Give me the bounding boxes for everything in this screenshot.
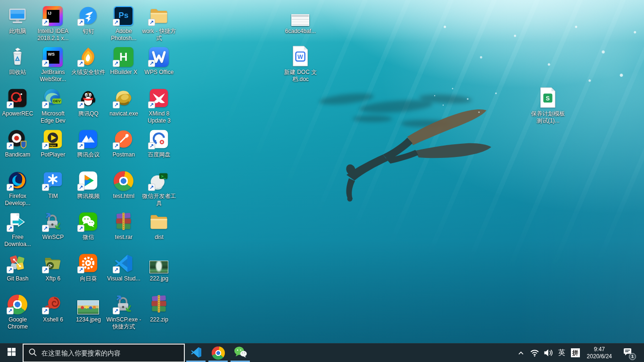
desktop-icon-this-pc[interactable]: 此电脑 <box>0 3 35 35</box>
taskbar-wechat-button[interactable] <box>229 344 251 362</box>
shortcut-arrow-icon: ↗ <box>148 101 155 108</box>
desktop-icon-label: 新建 DOC 文档.doc <box>283 69 318 83</box>
desktop-icon-zip-222[interactable]: 222.zip <box>141 292 177 323</box>
desktop-icon-grid: 此电脑回收站↗ApowerREC↗Bandicam↗Firefox Develo… <box>0 0 644 343</box>
desktop-icon-baidu-netdisk[interactable]: ↗百度网盘 <box>141 127 177 158</box>
taskbar-search-box[interactable] <box>23 344 185 362</box>
chrome-icon <box>212 346 225 360</box>
desktop-icon-adobe-photoshop[interactable]: Ps↗Adobe Photosh... <box>106 3 141 42</box>
desktop-icon-test-rar[interactable]: test.rar <box>106 209 141 241</box>
desktop-icon-xshell-6[interactable]: ↗Xshell 6 <box>35 292 71 323</box>
desktop-icon-label: 腾讯QQ <box>71 110 106 117</box>
search-icon <box>28 348 37 359</box>
desktop-icon-label: navicat.exe <box>106 110 141 117</box>
desktop-icon-winscp-exe-shortcut[interactable]: ↗WinSCP.exe - 快捷方式 <box>106 292 141 330</box>
hidden-icons-chevron-icon[interactable] <box>516 344 526 362</box>
desktop-area[interactable]: 此电脑回收站↗ApowerREC↗Bandicam↗Firefox Develo… <box>0 0 644 343</box>
desktop-icon-label: Firefox Develop... <box>0 193 35 207</box>
sunlogin-icon: ↗ <box>71 251 106 273</box>
desktop-icon-potplayer[interactable]: layer↗PotPlayer <box>35 127 71 158</box>
winrar-icon <box>106 209 141 232</box>
ime-mode-indicator[interactable]: 拼 <box>570 344 581 362</box>
desktop-icon-winscp[interactable]: ↗WinSCP <box>35 209 71 241</box>
desktop-icon-wechat-devtools[interactable]: >_↗微信开发者工具 <box>141 168 177 207</box>
desktop-icon-label: WinSCP.exe - 快捷方式 <box>106 316 141 330</box>
wps-xls-icon: S <box>530 86 565 108</box>
desktop-icon-huorong-security[interactable]: ↗火绒安全软件 <box>71 44 106 76</box>
shortcut-arrow-icon: ↗ <box>148 19 155 26</box>
desktop-icon-label: dist <box>141 234 177 241</box>
desktop-icon-postman[interactable]: ↗Postman <box>106 127 141 158</box>
shortcut-arrow-icon: ↗ <box>7 266 14 273</box>
shortcut-arrow-icon: ↗ <box>42 307 49 314</box>
desktop-icon-sunlogin[interactable]: ↗向日葵 <box>71 251 106 282</box>
desktop-icon-navicat[interactable]: ↗navicat.exe <box>106 86 141 117</box>
desktop-icon-label: PotPlayer <box>35 151 71 158</box>
tim-icon: ↗ <box>35 168 70 191</box>
search-input[interactable] <box>41 349 179 357</box>
desktop-icon-intellij-idea[interactable]: IJ↗IntelliJ IDEA 2018.2.1 x... <box>35 3 71 42</box>
wps-doc-icon: W <box>283 44 318 67</box>
folder-icon <box>141 209 176 232</box>
desktop-icon-new-doc[interactable]: W新建 DOC 文档.doc <box>283 44 318 83</box>
desktop-icon-tencent-meeting[interactable]: ↗腾讯会议 <box>71 127 106 158</box>
language-indicator[interactable]: 英 <box>557 344 567 362</box>
tmeeting-icon: ↗ <box>71 127 106 149</box>
desktop-icon-label: Xshell 6 <box>35 316 71 323</box>
desktop-icon-xftp-6[interactable]: ⟳↗Xftp 6 <box>35 251 71 282</box>
photoshop-icon: Ps↗ <box>106 3 141 26</box>
desktop-icon-firefox-developer[interactable]: ↗Firefox Develop... <box>0 168 35 207</box>
shortcut-arrow-icon: ↗ <box>77 19 84 26</box>
desktop-icon-tencent-qq[interactable]: ↗腾讯QQ <box>71 86 106 117</box>
desktop-icon-work-folder[interactable]: ↗work - 快捷方式 <box>141 3 177 42</box>
vscode-icon <box>190 346 202 360</box>
desktop-icon-wechat[interactable]: ↗微信 <box>71 209 106 241</box>
taskbar-clock[interactable]: 9:47 2020/6/24 <box>584 346 615 360</box>
wechat-icon: ↗ <box>71 209 106 232</box>
desktop-icon-image-6cadc4baf[interactable]: 6cadc4baf... <box>283 3 318 35</box>
desktop-icon-label: WPS Office <box>141 69 177 76</box>
shortcut-arrow-icon: ↗ <box>148 184 155 191</box>
taskbar: 英 拼 9:47 2020/6/24 1 <box>0 343 644 362</box>
desktop-icon-tim[interactable]: ↗TIM <box>35 168 71 200</box>
desktop-icon-label: test.html <box>106 193 141 200</box>
desktop-icon-git-bash[interactable]: ↗Git Bash <box>0 251 35 282</box>
desktop-icon-recycle-bin[interactable]: 回收站 <box>0 44 35 76</box>
wifi-icon[interactable] <box>529 344 540 362</box>
desktop-icon-visual-studio-code[interactable]: ↗Visual Stud... <box>106 251 141 282</box>
desktop-icon-label: XMind 8 Update 3 <box>141 110 177 124</box>
desktop-icon-label: 腾讯会议 <box>71 151 106 158</box>
desktop-icon-dingtalk[interactable]: ↗钉钉 <box>71 3 106 35</box>
desktop-icon-tencent-video[interactable]: ↗腾讯视频 <box>71 168 106 200</box>
desktop-icon-apowerrec[interactable]: ↗ApowerREC <box>0 86 35 117</box>
this-pc-icon <box>0 3 35 26</box>
desktop-icon-label: ApowerREC <box>0 110 35 117</box>
action-center-button[interactable]: 1 <box>618 344 637 362</box>
desktop-icon-label: HBuilder X <box>106 69 141 76</box>
desktop-icon-wps-xls-template[interactable]: S保养计划模板测试(1)... <box>530 86 566 124</box>
desktop-icon-label: JetBrains WebStor... <box>35 69 71 83</box>
desktop-icon-microsoft-edge-dev[interactable]: DEV↗Microsoft Edge Dev <box>35 86 71 124</box>
taskbar-vscode-button[interactable] <box>185 344 207 362</box>
desktop-icon-hbuilder-x[interactable]: H↗HBuilder X <box>106 44 141 76</box>
taskbar-chrome-button[interactable] <box>207 344 229 362</box>
shortcut-arrow-icon: ↗ <box>77 266 84 273</box>
volume-icon[interactable] <box>543 344 553 362</box>
desktop-icon-wps-office[interactable]: ↗WPS Office <box>141 44 177 76</box>
desktop-icon-test-html[interactable]: test.html <box>106 168 141 200</box>
shortcut-arrow-icon: ↗ <box>113 142 120 149</box>
desktop-icon-photo-1234-jpeg[interactable]: 1234.jpeg <box>71 292 106 323</box>
desktop-icon-google-chrome[interactable]: ↗Google Chrome <box>0 292 35 330</box>
desktop-icon-xmind-8[interactable]: ↗XMind 8 Update 3 <box>141 86 177 124</box>
shortcut-arrow-icon: ↗ <box>42 142 49 149</box>
desktop-icon-free-download-manager[interactable]: ↗Free Downloa... <box>0 209 35 248</box>
desktop-icon-bandicam[interactable]: ↗Bandicam <box>0 127 35 158</box>
desktop-icon-photo-222-jpg[interactable]: 222.jpg <box>141 251 177 282</box>
start-button[interactable] <box>0 344 23 362</box>
desktop-icon-dist-folder[interactable]: dist <box>141 209 177 241</box>
desktop-icon-label: Free Downloa... <box>0 234 35 248</box>
folder-icon: ↗ <box>141 3 176 26</box>
wechat-icon <box>234 346 247 360</box>
desktop-icon-jetbrains-webstorm[interactable]: WS↗JetBrains WebStor... <box>35 44 71 83</box>
wxdevtools-icon: >_↗ <box>141 168 176 191</box>
